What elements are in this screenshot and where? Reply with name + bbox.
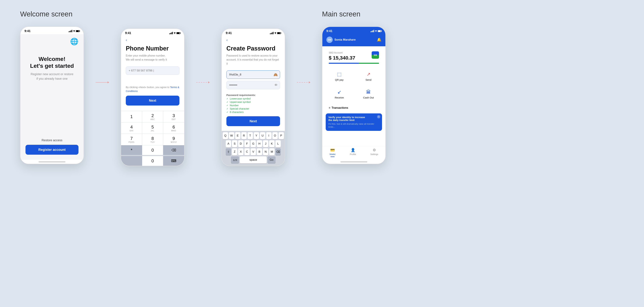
key-g[interactable]: G [250,140,256,147]
welcome-bottom: Restore access Register account [26,138,78,155]
signal-bars [68,30,72,32]
phone-number-input[interactable] [126,66,180,75]
key-5[interactable]: 5JKL [142,122,163,134]
key-x[interactable]: X [238,148,244,155]
next-button-1[interactable]: Next [126,96,180,106]
password-screen-group: 9:41 ▾ ‹ Create Password [221,28,285,166]
transactions-label: Transactions [332,106,348,110]
key-r[interactable]: R [241,132,247,139]
arrow1 [96,82,109,82]
key-star[interactable]: * [121,145,142,155]
arrow3-container [295,82,312,82]
verify-close-button[interactable]: × [377,115,380,118]
key-123[interactable]: 123 [231,156,239,164]
key-1[interactable]: 1 [121,111,142,122]
key-go[interactable]: Go [268,156,276,164]
nav-settings[interactable]: ⚙ Settings [370,148,378,157]
cash-out-button[interactable]: 🏛 Cash Out [355,86,382,102]
key-space[interactable]: space [240,156,267,164]
password-status-bar: 9:41 ▾ [222,29,285,36]
key-s[interactable]: S [232,140,237,147]
nav-profile[interactable]: 👤 Profile [350,148,356,157]
qr-pay-button[interactable]: ⬚ QR pay [326,68,353,84]
requirements-title: Password requirements: [226,94,280,96]
settings-nav-icon: ⚙ [373,148,376,152]
page-container: Welcome screen 9:41 ▾ [0,0,644,307]
main-screen-label: Main screen [322,10,360,18]
key-i[interactable]: I [266,132,272,139]
key-0-main[interactable]: 0 [142,156,163,166]
wifi-icon: ▾ [73,29,75,33]
key-p[interactable]: P [278,132,284,139]
back-button-2[interactable]: ‹ [226,38,280,42]
register-account-button[interactable]: Register account [26,145,78,155]
key-2[interactable]: 2ABC [142,111,163,122]
status-icons-3: ▾ [270,31,281,35]
arrow3 [297,82,310,82]
key-u[interactable]: U [260,132,265,139]
confirm-password-input[interactable] [226,81,280,89]
key-w[interactable]: W [229,132,234,139]
key-k[interactable]: K [269,140,274,147]
key-7[interactable]: 7PQRS [121,134,142,145]
key-e[interactable]: E [235,132,240,139]
send-button[interactable]: ↗ Send [355,68,382,84]
transactions-section[interactable]: ≡ Transactions [326,104,382,112]
hide-password-icon[interactable]: 🙈 [274,73,278,77]
key-9[interactable]: 9WXYZ [163,134,184,145]
key-3[interactable]: 3DEF [163,111,184,122]
password-phone: 9:41 ▾ ‹ Create Password [221,28,285,166]
key-t[interactable]: T [248,132,253,139]
key-n[interactable]: N [263,148,268,155]
req-uppercase: ✓Uppercase symbol [226,100,280,103]
terms-text: By clicking «Next» button, you agree to … [126,86,180,93]
key-alpha-delete[interactable]: ⌫ [276,148,281,155]
key-q[interactable]: Q [223,132,228,139]
key-z[interactable]: Z [232,148,237,155]
restore-access-link[interactable]: Restore access [42,138,62,142]
key-y[interactable]: Y [254,132,259,139]
key-b[interactable]: B [257,148,262,155]
nav-wallet[interactable]: 💳 Wallet [330,148,336,157]
back-button-1[interactable]: ‹ [126,38,180,42]
key-delete[interactable]: ⌫ [163,145,184,155]
alpha-keyboard: Q W E R T Y U I O P A S D F G H [222,131,285,166]
key-l[interactable]: L [276,140,281,147]
key-shift[interactable]: ⇧ [226,148,231,155]
signal-bars-4 [370,30,374,32]
key-j[interactable]: J [263,140,268,147]
main-phone: 9:41 ▾ SM [322,26,386,164]
next-button-2[interactable]: Next [226,116,280,126]
key-6[interactable]: 6MNO [163,122,184,134]
receive-button[interactable]: ↙ Receive [326,86,353,102]
password-input[interactable] [226,70,280,79]
bar4 [72,30,72,32]
main-header: SM Sonia Marahare 🔔 [322,34,386,46]
key-4[interactable]: 4GHI [121,122,142,134]
key-d[interactable]: D [238,140,244,147]
phone-number-group: 9:41 ▾ ‹ Phone Number Ent [121,28,184,166]
key-extra[interactable] [121,156,142,166]
key-8[interactable]: 8TUV [142,134,163,145]
key-dismiss[interactable]: ⌨ [163,156,184,166]
key-h[interactable]: H [257,140,262,147]
key-f[interactable]: F [244,140,250,147]
keyboard-row-2: A S D F G H J K L [222,140,284,147]
keyboard-row-4: 123 space Go [222,156,284,164]
receive-icon: ↙ [338,89,341,95]
key-v[interactable]: V [250,148,256,155]
bell-icon[interactable]: 🔔 [377,38,381,42]
key-a[interactable]: A [226,140,231,147]
phone-number-status-bar: 9:41 ▾ [121,29,184,36]
key-0[interactable]: 0 [142,145,163,155]
key-c[interactable]: C [244,148,250,155]
wallet-nav-indicator [330,156,334,157]
key-m[interactable]: M [269,148,274,155]
verify-desc: It's free, fast & will dramatically rais… [328,122,376,128]
receive-label: Receive [335,96,344,99]
welcome-status-icons: ▾ [68,29,80,33]
key-o[interactable]: O [272,132,278,139]
phone-number-time: 9:41 [125,31,131,35]
show-password-icon[interactable]: 👁 [274,83,278,87]
settings-nav-label: Settings [370,153,378,156]
